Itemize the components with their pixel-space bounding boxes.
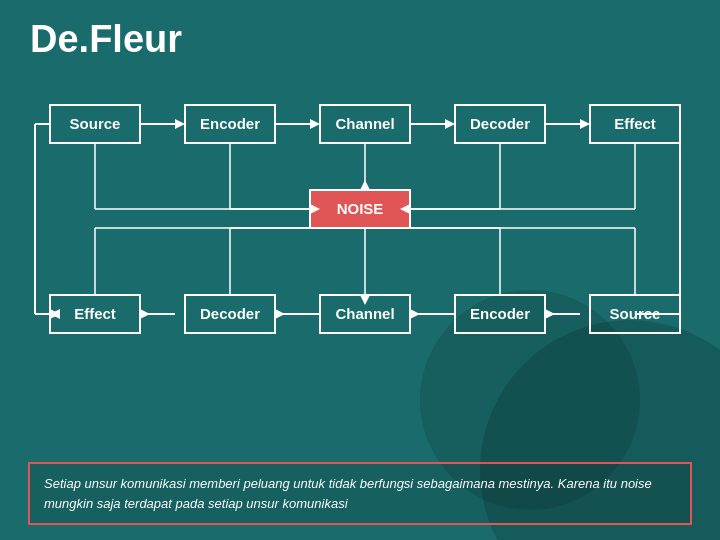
svg-marker-11: [445, 119, 455, 129]
svg-text:Decoder: Decoder: [470, 115, 530, 132]
svg-marker-3: [175, 119, 185, 129]
svg-marker-47: [140, 309, 150, 319]
svg-text:Effect: Effect: [74, 305, 116, 322]
page-title: De.Fleur: [30, 18, 182, 61]
svg-text:Source: Source: [70, 115, 121, 132]
description-text: Setiap unsur komunikasi memberi peluang …: [44, 476, 652, 511]
svg-marker-37: [360, 295, 370, 305]
svg-marker-15: [580, 119, 590, 129]
svg-text:Effect: Effect: [614, 115, 656, 132]
svg-text:NOISE: NOISE: [337, 200, 384, 217]
svg-marker-7: [310, 119, 320, 129]
description-box: Setiap unsur komunikasi memberi peluang …: [28, 462, 692, 525]
svg-text:Channel: Channel: [335, 115, 394, 132]
svg-text:Decoder: Decoder: [200, 305, 260, 322]
svg-text:Encoder: Encoder: [200, 115, 260, 132]
svg-marker-59: [545, 309, 555, 319]
svg-marker-55: [410, 309, 420, 319]
svg-marker-26: [360, 180, 370, 190]
svg-marker-51: [275, 309, 285, 319]
svg-text:Encoder: Encoder: [470, 305, 530, 322]
defleur-diagram: Source Encoder Channel Decoder Effect NO…: [20, 85, 700, 415]
svg-text:Channel: Channel: [335, 305, 394, 322]
